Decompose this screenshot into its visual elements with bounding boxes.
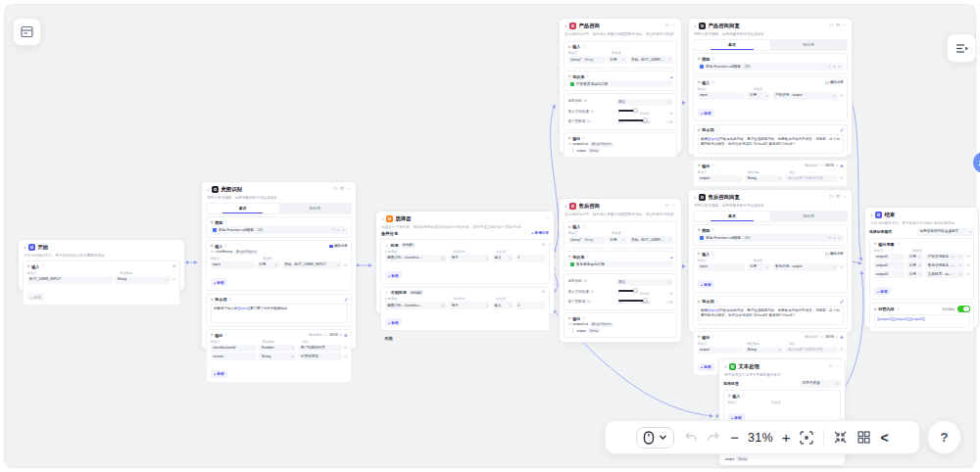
collapse-icon[interactable]: ∨ — [211, 244, 214, 248]
value-mode-select[interactable]: 输入∨ — [492, 255, 514, 262]
drag-handle-icon[interactable]: ⋮ — [385, 243, 389, 248]
output-type-select[interactable]: String∨ — [745, 175, 784, 183]
duplicate-icon[interactable]: ⊡ — [836, 24, 840, 28]
ref-select[interactable]: 产品咨询回复 -…∨ — [925, 254, 964, 261]
node-intent-header[interactable]: ∨ 意图识别 ▷⊡⋯ — [202, 182, 356, 194]
add-output-icon[interactable]: ⊕ — [840, 335, 844, 340]
tab-batch[interactable]: 批处理 — [279, 204, 352, 213]
output-name-field[interactable]: classificationId — [211, 345, 258, 353]
answer-mode-select[interactable]: 使用设定的内容直接回答∨ — [917, 228, 974, 236]
collapse-icon[interactable]: ∨ — [698, 335, 701, 339]
chat-history-badge[interactable]: 聊天记录 — [329, 244, 347, 248]
collapse-icon[interactable]: ∨ — [698, 128, 701, 132]
output-type-select[interactable]: String∨ — [259, 353, 296, 360]
collapse-icon[interactable]: ∨ — [698, 228, 701, 232]
add-row-button[interactable]: + 新增 — [698, 109, 715, 117]
value-field[interactable]: 2 — [515, 302, 546, 309]
chat-history-checkbox[interactable]: 聊天记录 — [825, 80, 843, 84]
more-icon[interactable]: ⋯ — [842, 195, 847, 200]
collapse-icon[interactable]: ∨ — [207, 188, 210, 192]
add-variable-icon[interactable]: ⊕ — [172, 264, 176, 268]
undo-button[interactable] — [683, 431, 698, 445]
mode-select[interactable]: 引用∨ — [257, 261, 280, 269]
node-kb-product[interactable]: ∨ 产品咨询 ▷⋯ 在选定的知识中，根据输入变量召回最匹配的信息，并以列表形式返… — [559, 18, 682, 154]
collapse-icon[interactable]: ∨ — [870, 213, 873, 217]
expand-prompt-icon[interactable]: ⤢ — [841, 128, 844, 132]
mode-select[interactable]: 引用∨ — [906, 261, 923, 269]
node-start-header[interactable]: ∨ 开始 — [19, 240, 184, 252]
remove-branch-icon[interactable]: ⊖ — [542, 243, 546, 247]
variable-name-field[interactable]: input — [698, 263, 746, 271]
redo-button[interactable] — [707, 431, 721, 445]
minimap-button[interactable] — [13, 18, 41, 46]
collapse-icon[interactable]: ∨ — [381, 217, 384, 221]
tab-single[interactable]: 单次 — [207, 204, 279, 213]
model-select[interactable]: 豆包·Function call模型32K ⓘ∨≔ — [698, 63, 844, 71]
collapse-icon[interactable]: ∨ — [568, 136, 571, 140]
collapse-icon[interactable]: ∨ — [211, 298, 214, 302]
more-icon[interactable]: ⋯ — [346, 187, 351, 192]
remove-row-icon[interactable]: ⊖ — [840, 176, 844, 180]
duplicate-icon[interactable]: ⊡ — [836, 195, 840, 200]
node-kb-after[interactable]: ∨ 售后咨询 ▷⋯ 在选定的知识中，根据输入变量召回最匹配的信息，并以列表形式返… — [559, 198, 682, 343]
collapse-icon[interactable]: ∨ — [568, 45, 571, 49]
zoom-out-button[interactable]: − — [730, 430, 739, 445]
match-slider[interactable]: 0.01Default0.99 — [618, 119, 673, 125]
output-type-select[interactable]: Number∨ — [259, 345, 296, 353]
process-mode-select[interactable]: 字符串拼接∨ — [800, 380, 841, 388]
tab-batch[interactable]: 批处理 — [770, 40, 847, 50]
test-run-icon[interactable]: ▷ — [334, 187, 338, 192]
remove-row-icon[interactable]: ⊖ — [966, 255, 970, 259]
model-settings-icon[interactable]: ≔ — [342, 228, 345, 232]
output-desc-field[interactable]: 输出给用户的回复内容 — [785, 175, 837, 183]
output-name-field[interactable]: output — [698, 175, 743, 183]
add-row-button[interactable]: + 新增 — [698, 280, 715, 288]
remove-row-icon[interactable]: ⊖ — [344, 354, 348, 358]
condition-op-select[interactable]: 等于∨ — [449, 302, 490, 309]
variable-name-field[interactable]: output3 — [874, 270, 906, 278]
collapse-icon[interactable]: ∨ — [698, 57, 701, 61]
ref-select[interactable]: 售后咨询 - output∨ — [772, 263, 837, 271]
chat-history-checkbox[interactable]: 聊天记录 — [825, 252, 843, 256]
node-llm-product[interactable]: ∨ 产品咨询回复 ▷⊡⋯ 调用大语言模型，使用变量和提示词生成回复 单次 批处理… — [688, 18, 853, 156]
remove-row-icon[interactable]: ⊖ — [840, 94, 844, 98]
node-selector-header[interactable]: ∨ 选择器 ⋯ — [376, 212, 554, 223]
collapse-icon[interactable]: ∨ — [568, 74, 571, 78]
prompt-textarea[interactable]: 判断用户输入的{{input}}属于哪个分类并数据输出 — [211, 304, 348, 323]
collapse-icon[interactable]: ∨ — [24, 246, 26, 250]
more-icon[interactable]: ⋯ — [842, 24, 847, 28]
collapse-icon[interactable]: ∨ — [211, 333, 214, 337]
ref-select[interactable]: 开始 - BOT_USER…∨ — [629, 56, 673, 64]
mode-select[interactable]: 引用∨ — [906, 270, 923, 278]
format-select[interactable]: JSON — [329, 333, 338, 337]
collapse-icon[interactable]: ∨ — [724, 365, 727, 369]
variable-name-field[interactable]: Query*String — [568, 56, 606, 64]
knowledge-item[interactable]: 产品售卖信息知识库 — [568, 80, 673, 87]
strategy-select[interactable]: 语义∨ — [616, 99, 673, 107]
test-run-icon[interactable]: ▷ — [665, 204, 669, 209]
add-row-button[interactable]: + 新增 — [698, 363, 715, 371]
model-settings-icon[interactable]: ≔ — [838, 236, 841, 240]
test-run-icon[interactable]: ▷ — [665, 24, 669, 28]
add-knowledge-icon[interactable]: + — [670, 255, 672, 260]
collapse-icon[interactable]: ∨ — [568, 316, 571, 320]
variable-name-field[interactable]: Query*String — [568, 236, 606, 244]
collapse-icon[interactable]: ∨ — [698, 300, 701, 304]
condition-ref-select[interactable]: 意图识别 - classifica…∨ — [385, 255, 448, 262]
collapse-icon[interactable]: ∨ — [874, 307, 877, 311]
ref-select[interactable]: 开始 - BOT_USER_INPUT∨ — [282, 261, 342, 269]
variable-type-select[interactable]: String∨ — [115, 276, 171, 284]
more-icon[interactable]: ⋯ — [671, 24, 676, 28]
output-desc-field[interactable]: 分类的原因 — [298, 353, 342, 360]
add-row-button[interactable]: + 新增 — [211, 370, 228, 378]
model-select[interactable]: 豆包·Function call模型 32K ⓘ∨≔ — [211, 226, 348, 234]
add-condition-button[interactable]: + 新增 — [385, 318, 403, 326]
add-output-icon[interactable]: ⊕ — [840, 164, 844, 168]
prompt-textarea[interactable]: 根据{{input}}中检索出的内容，整理生成回复内容。如果检索内容均不相关，请… — [698, 134, 844, 154]
add-row-button[interactable]: + 新增 — [874, 287, 892, 295]
format-select[interactable]: JSON — [825, 335, 834, 339]
test-run-icon[interactable]: ▷ — [830, 195, 834, 200]
mode-select[interactable]: 引用∨ — [906, 254, 923, 261]
tab-single[interactable]: 单次 — [694, 40, 770, 50]
ref-select[interactable]: 开始 - BOT_USER…∨ — [629, 236, 673, 244]
